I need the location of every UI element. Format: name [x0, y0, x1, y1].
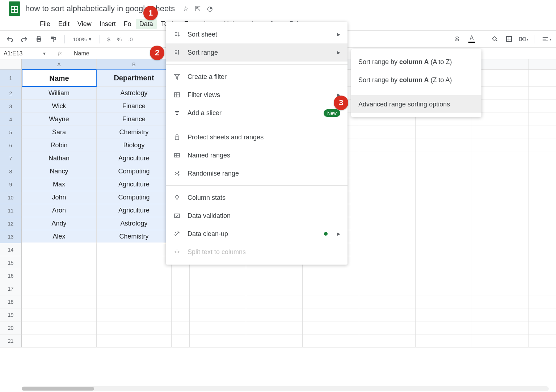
move-icon[interactable]: ⇱ [195, 5, 201, 13]
cell[interactable] [97, 243, 172, 256]
row-header[interactable]: 11 [0, 204, 22, 217]
cell[interactable] [359, 217, 416, 230]
scrollbar-thumb[interactable] [22, 387, 94, 391]
cell[interactable] [528, 308, 556, 321]
cell[interactable] [172, 334, 190, 347]
row-header[interactable]: 5 [0, 126, 22, 139]
col-header-A[interactable]: A [22, 59, 97, 69]
cell[interactable] [359, 126, 416, 139]
cell[interactable] [303, 269, 359, 282]
col-header[interactable] [528, 59, 556, 69]
cell[interactable] [528, 295, 556, 308]
format-percent-button[interactable]: % [115, 36, 123, 42]
cell[interactable] [97, 334, 172, 347]
cell[interactable] [416, 334, 472, 347]
cell[interactable] [246, 334, 303, 347]
cell[interactable] [359, 334, 416, 347]
cell[interactable]: Finance [97, 100, 172, 113]
cell[interactable]: Max [22, 178, 97, 191]
cell[interactable] [416, 178, 472, 191]
row-header[interactable]: 21 [0, 334, 22, 347]
undo-icon[interactable] [4, 34, 15, 45]
cell[interactable] [416, 321, 472, 334]
cell[interactable] [303, 282, 359, 295]
print-icon[interactable] [33, 34, 44, 45]
cell[interactable] [528, 230, 556, 243]
cell[interactable] [359, 165, 416, 178]
cell[interactable] [416, 269, 472, 282]
menu-item-sort-sheet[interactable]: Sort sheet ▶ [166, 25, 348, 43]
menu-item-randomise[interactable]: Randomise range [166, 164, 348, 182]
cell[interactable] [359, 282, 416, 295]
cell[interactable]: Alex [22, 230, 97, 243]
cell[interactable] [472, 152, 528, 165]
cell[interactable] [472, 334, 528, 347]
cell[interactable]: Andy [22, 217, 97, 230]
menu-item-data-validation[interactable]: Data validation [166, 207, 348, 225]
cell[interactable]: Wayne [22, 113, 97, 126]
cell[interactable] [528, 256, 556, 269]
cell[interactable] [472, 308, 528, 321]
cell[interactable] [22, 243, 97, 256]
cell[interactable] [528, 165, 556, 178]
cell[interactable] [416, 191, 472, 204]
star-icon[interactable]: ☆ [183, 5, 189, 13]
cell[interactable]: Robin [22, 139, 97, 152]
row-header[interactable]: 17 [0, 282, 22, 295]
menu-data[interactable]: Data [136, 19, 157, 29]
cell[interactable] [416, 152, 472, 165]
cell[interactable] [472, 230, 528, 243]
cell[interactable] [22, 334, 97, 347]
cell[interactable] [97, 321, 172, 334]
cell[interactable] [359, 191, 416, 204]
submenu-item-sort-az[interactable]: Sort range by column A (A to Z) [351, 53, 481, 71]
select-all-corner[interactable] [0, 59, 22, 69]
cell[interactable] [472, 243, 528, 256]
row-header[interactable]: 14 [0, 243, 22, 256]
cell[interactable] [472, 191, 528, 204]
cell[interactable]: Agriculture [97, 178, 172, 191]
cell[interactable] [22, 295, 97, 308]
cell[interactable] [22, 282, 97, 295]
row-header[interactable]: 10 [0, 191, 22, 204]
row-header[interactable]: 9 [0, 178, 22, 191]
cell[interactable] [528, 152, 556, 165]
cell[interactable] [472, 282, 528, 295]
horizontal-align-icon[interactable]: ▾ [541, 34, 552, 45]
cell[interactable] [416, 282, 472, 295]
cell[interactable] [190, 334, 246, 347]
menu-edit[interactable]: Edit [55, 19, 73, 29]
menu-view[interactable]: View [74, 19, 95, 29]
cell[interactable] [528, 139, 556, 152]
submenu-item-advanced-sort[interactable]: Advanced range sorting options [351, 95, 481, 113]
row-header[interactable]: 8 [0, 165, 22, 178]
menu-item-data-cleanup[interactable]: Data clean-up ▶ [166, 225, 348, 243]
cell[interactable] [172, 282, 190, 295]
formula-bar-input[interactable]: Name [69, 50, 89, 57]
name-box[interactable]: A1:E13▼ [0, 50, 51, 57]
cell[interactable] [303, 295, 359, 308]
cell[interactable] [97, 282, 172, 295]
cell[interactable]: Aron [22, 204, 97, 217]
cell[interactable] [359, 308, 416, 321]
cell[interactable] [528, 100, 556, 113]
paint-format-icon[interactable] [48, 34, 59, 45]
cell[interactable] [528, 334, 556, 347]
row-header[interactable]: 3 [0, 100, 22, 113]
cell[interactable] [528, 243, 556, 256]
cell[interactable] [472, 269, 528, 282]
cell[interactable]: Computing [97, 165, 172, 178]
borders-icon[interactable] [504, 34, 514, 45]
cell[interactable] [359, 204, 416, 217]
cell[interactable] [172, 295, 190, 308]
cell[interactable]: Agriculture [97, 152, 172, 165]
cell[interactable] [190, 282, 246, 295]
cell[interactable]: Astrology [97, 87, 172, 100]
cell[interactable] [97, 308, 172, 321]
text-color-icon[interactable]: A [466, 34, 477, 45]
cell[interactable] [359, 243, 416, 256]
cell[interactable] [528, 178, 556, 191]
cell[interactable] [528, 69, 556, 87]
row-header[interactable]: 15 [0, 256, 22, 269]
cell[interactable] [528, 87, 556, 100]
